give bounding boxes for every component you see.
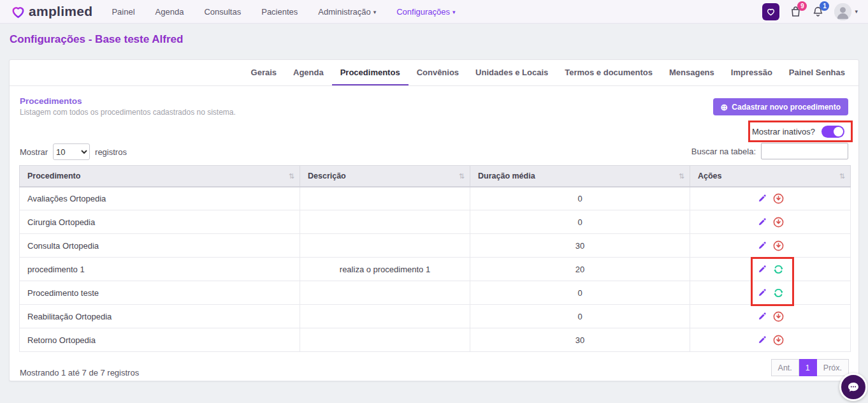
reactivate-icon[interactable] bbox=[773, 288, 784, 298]
table-search-input[interactable] bbox=[761, 143, 848, 159]
new-procedure-button-label: Cadastrar novo procedimento bbox=[732, 103, 841, 112]
table-row-reabilitacao-ortopedia: Reabilitação Ortopedia0 bbox=[20, 305, 851, 328]
edit-icon[interactable] bbox=[757, 288, 767, 298]
column-header-duracao-media[interactable]: Duração média⇅ bbox=[470, 166, 690, 187]
cell-descricao bbox=[300, 234, 470, 258]
page-size-control: Mostrar 10 registros bbox=[20, 143, 127, 160]
column-header-procedimento[interactable]: Procedimento⇅ bbox=[20, 166, 300, 187]
show-inactive-control: Mostrar inativos? bbox=[752, 124, 844, 138]
edit-icon[interactable] bbox=[757, 241, 767, 251]
nav-item-consultas[interactable]: Consultas bbox=[204, 7, 241, 17]
cart-button[interactable]: 9 bbox=[790, 6, 802, 18]
chevron-down-icon: ▾ bbox=[452, 9, 456, 15]
table-search-label: Buscar na tabela: bbox=[691, 147, 756, 156]
table-row-avaliacoes-ortopedia: Avaliações Ortopedia0 bbox=[20, 187, 851, 210]
deactivate-icon[interactable] bbox=[773, 193, 784, 204]
cell-acoes bbox=[690, 210, 851, 234]
deactivate-icon[interactable] bbox=[773, 335, 784, 346]
tab-mensagens[interactable]: Mensagens bbox=[661, 60, 723, 85]
cell-acoes bbox=[690, 234, 851, 258]
table-info: Mostrando 1 até 7 de 7 registros bbox=[20, 368, 139, 377]
cell-procedimento: procedimento 1 bbox=[20, 258, 300, 281]
table-row-procedimento-teste: Procedimento teste0 bbox=[20, 281, 851, 305]
column-header-acoes[interactable]: Ações⇅ bbox=[690, 166, 851, 187]
tab-procedimentos[interactable]: Procedimentos bbox=[332, 60, 409, 85]
pagination-next[interactable]: Próx. bbox=[817, 359, 849, 376]
nav-item-administracao[interactable]: Administração▾ bbox=[318, 7, 376, 17]
pagination-page-1[interactable]: 1 bbox=[799, 359, 817, 376]
brand-heart-icon bbox=[10, 4, 26, 20]
tab-termos-e-documentos[interactable]: Termos e documentos bbox=[556, 60, 661, 85]
table-search-control: Buscar na tabela: bbox=[691, 143, 848, 159]
toggle-knob bbox=[834, 127, 843, 136]
deactivate-icon[interactable] bbox=[773, 311, 784, 322]
tab-agenda[interactable]: Agenda bbox=[285, 60, 332, 85]
brand-logo[interactable]: amplimed bbox=[10, 4, 92, 20]
cell-procedimento: Cirurgia Ortopedia bbox=[20, 210, 300, 234]
nav-item-agenda[interactable]: Agenda bbox=[156, 7, 184, 17]
column-header-label: Ações bbox=[698, 172, 722, 180]
edit-icon[interactable] bbox=[757, 265, 767, 274]
table-row-retorno-ortopedia: Retorno Ortopedia30 bbox=[20, 328, 851, 352]
table-row-cirurgia-ortopedia: Cirurgia Ortopedia0 bbox=[20, 210, 851, 234]
chevron-down-icon: ▾ bbox=[373, 9, 377, 15]
reactivate-icon[interactable] bbox=[773, 264, 784, 275]
chat-button[interactable] bbox=[839, 373, 867, 401]
edit-icon[interactable] bbox=[757, 335, 767, 345]
section-subtitle: Listagem com todos os procedimentos cada… bbox=[20, 108, 236, 117]
nav-item-configuracoes[interactable]: Configurações▾ bbox=[396, 7, 455, 17]
show-inactive-label: Mostrar inativos? bbox=[752, 127, 815, 136]
apps-tile-button[interactable] bbox=[762, 3, 779, 20]
pagination: Ant. 1 Próx. bbox=[771, 359, 849, 376]
cell-descricao bbox=[300, 210, 470, 234]
column-header-label: Procedimento bbox=[27, 172, 80, 180]
tab-convenios[interactable]: Convênios bbox=[409, 60, 467, 85]
cell-duracao-media: 0 bbox=[470, 305, 690, 328]
table-row-procedimento-1: procedimento 1realiza o procedimento 120 bbox=[20, 258, 851, 281]
deactivate-icon[interactable] bbox=[773, 217, 784, 228]
tab-gerais[interactable]: Gerais bbox=[243, 60, 285, 85]
user-menu[interactable]: ▾ bbox=[834, 3, 858, 20]
cell-duracao-media: 0 bbox=[470, 281, 690, 305]
notifications-badge: 1 bbox=[820, 1, 829, 11]
cell-acoes bbox=[690, 328, 851, 352]
avatar bbox=[834, 3, 851, 20]
edit-icon[interactable] bbox=[757, 312, 767, 321]
procedures-table: Procedimento⇅Descrição⇅Duração média⇅Açõ… bbox=[19, 165, 851, 352]
cell-duracao-media: 0 bbox=[470, 187, 690, 210]
page-size-select[interactable]: 10 bbox=[53, 143, 90, 160]
nav-item-pacientes[interactable]: Pacientes bbox=[261, 7, 298, 17]
edit-icon[interactable] bbox=[757, 217, 767, 227]
cell-acoes bbox=[690, 258, 851, 281]
chevron-down-icon: ▾ bbox=[855, 8, 858, 15]
cell-procedimento: Consulta Ortopedia bbox=[20, 234, 300, 258]
cell-descricao bbox=[300, 328, 470, 352]
tabs-bar: GeraisAgendaProcedimentosConvêniosUnidad… bbox=[10, 60, 858, 86]
column-header-descricao[interactable]: Descrição⇅ bbox=[300, 166, 470, 187]
cell-duracao-media: 0 bbox=[470, 210, 690, 234]
new-procedure-button[interactable]: ⊕ Cadastrar novo procedimento bbox=[713, 98, 848, 115]
section-title: Procedimentos bbox=[20, 96, 82, 106]
deactivate-icon[interactable] bbox=[773, 240, 784, 251]
heart-icon bbox=[766, 7, 776, 17]
chat-bubble-icon bbox=[847, 381, 860, 393]
pagination-prev[interactable]: Ant. bbox=[771, 359, 799, 376]
cell-procedimento: Avaliações Ortopedia bbox=[20, 187, 300, 210]
cell-duracao-media: 30 bbox=[470, 328, 690, 352]
table-row-consulta-ortopedia: Consulta Ortopedia30 bbox=[20, 234, 851, 258]
cell-descricao bbox=[300, 187, 470, 210]
show-inactive-toggle[interactable] bbox=[821, 126, 844, 138]
column-header-label: Descrição bbox=[308, 172, 346, 180]
tab-unidades-e-locais[interactable]: Unidades e Locais bbox=[467, 60, 556, 85]
top-navbar: amplimed PainelAgendaConsultasPacientesA… bbox=[0, 0, 868, 24]
tab-impressao[interactable]: Impressão bbox=[723, 60, 781, 85]
cart-badge: 9 bbox=[797, 1, 807, 11]
plus-circle-icon: ⊕ bbox=[721, 103, 728, 112]
tab-painel-senhas[interactable]: Painel Senhas bbox=[781, 60, 853, 85]
cell-procedimento: Retorno Ortopedia bbox=[20, 328, 300, 352]
notifications-button[interactable]: 1 bbox=[812, 6, 824, 18]
sort-icon: ⇅ bbox=[289, 172, 294, 180]
edit-icon[interactable] bbox=[757, 194, 767, 203]
sort-icon: ⇅ bbox=[839, 172, 845, 180]
nav-item-painel[interactable]: Painel bbox=[112, 7, 134, 17]
